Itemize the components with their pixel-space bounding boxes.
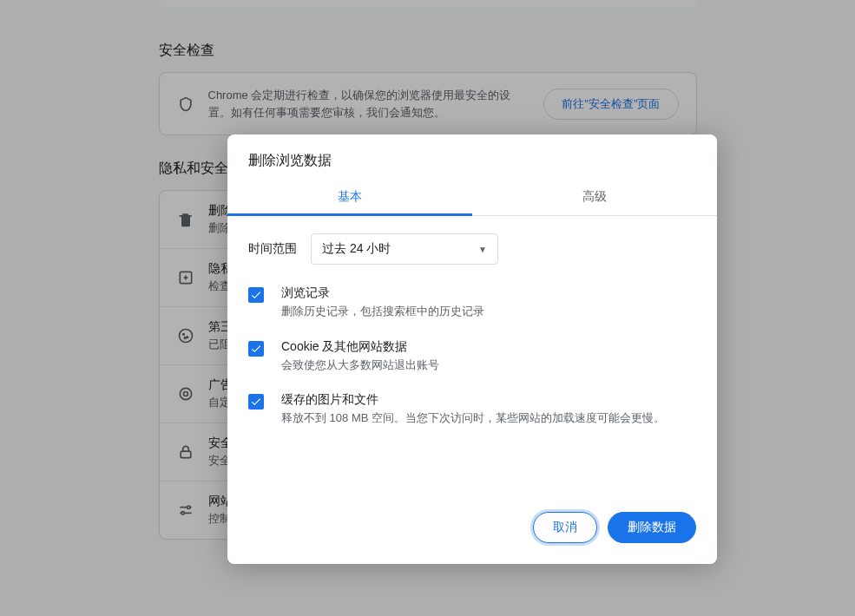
checkbox-cache[interactable]	[248, 394, 264, 410]
tab-advanced[interactable]: 高级	[472, 180, 717, 215]
checkbox-browsing-history[interactable]	[248, 287, 264, 303]
time-range-value: 过去 24 小时	[322, 241, 391, 257]
option-sub: 释放不到 108 MB 空间。当您下次访问时，某些网站的加载速度可能会更慢。	[281, 410, 665, 427]
clear-browsing-data-dialog: 删除浏览数据 基本 高级 时间范围 过去 24 小时 ▼ 浏览记录 删除历史记录…	[227, 134, 717, 564]
tab-basic[interactable]: 基本	[227, 180, 472, 215]
option-sub: 删除历史记录，包括搜索框中的历史记录	[281, 303, 484, 320]
option-title: 浏览记录	[281, 285, 484, 301]
cancel-button[interactable]: 取消	[533, 512, 597, 543]
dropdown-arrow-icon: ▼	[478, 245, 487, 254]
option-cookies: Cookie 及其他网站数据 会致使您从大多数网站退出账号	[248, 339, 696, 374]
delete-data-button[interactable]: 删除数据	[608, 512, 696, 543]
option-title: Cookie 及其他网站数据	[281, 339, 439, 355]
option-browsing-history: 浏览记录 删除历史记录，包括搜索框中的历史记录	[248, 285, 696, 320]
option-sub: 会致使您从大多数网站退出账号	[281, 357, 439, 374]
time-range-label: 时间范围	[248, 241, 297, 257]
dialog-title: 删除浏览数据	[227, 134, 717, 180]
option-cache: 缓存的图片和文件 释放不到 108 MB 空间。当您下次访问时，某些网站的加载速…	[248, 392, 696, 427]
option-title: 缓存的图片和文件	[281, 392, 665, 408]
time-range-select[interactable]: 过去 24 小时 ▼	[311, 233, 498, 265]
checkbox-cookies[interactable]	[248, 341, 264, 357]
time-range-row: 时间范围 过去 24 小时 ▼	[248, 233, 696, 265]
dialog-tabs: 基本 高级	[227, 180, 717, 216]
